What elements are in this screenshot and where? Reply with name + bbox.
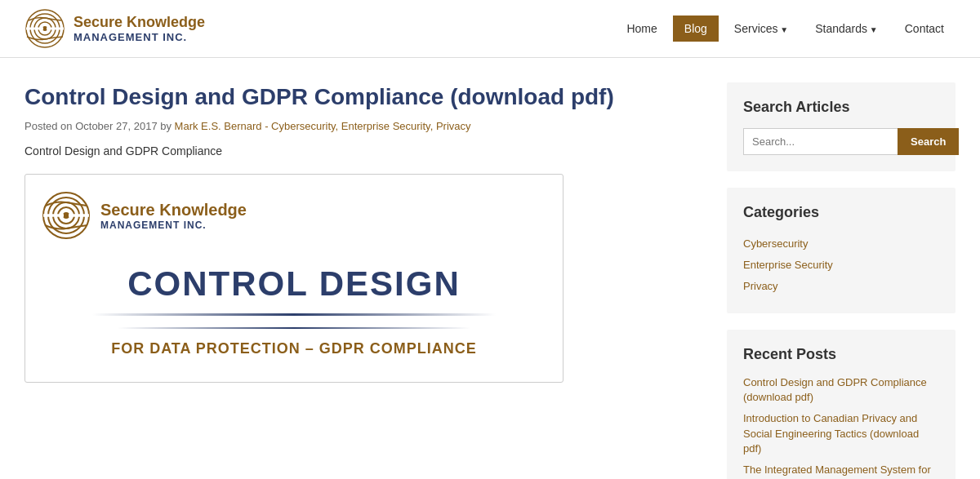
recent-posts-heading: Recent Posts [743,346,939,363]
svg-point-11 [63,212,69,219]
article-meta: Posted on October 27, 2017 by Mark E.S. … [24,120,694,132]
recent-post-1[interactable]: Introduction to Canadian Privacy and Soc… [743,412,919,454]
article-logo-bottom: Management Inc. [100,220,247,231]
nav-contact[interactable]: Contact [893,16,956,42]
article-logo-text: Secure Knowledge Management Inc. [100,201,247,231]
article-logo-top: Secure Knowledge [100,201,247,220]
article-image-box: Secure Knowledge Management Inc. CONTROL… [24,174,564,383]
recent-posts-section: Recent Posts Control Design and GDPR Com… [727,330,956,479]
logo-text: Secure Knowledge Management Inc. [74,14,205,43]
list-item: Enterprise Security [743,255,939,276]
article-title: Control Design and GDPR Compliance (down… [24,82,694,112]
recent-post-item: Control Design and GDPR Compliance (down… [743,375,939,405]
main-container: Control Design and GDPR Compliance (down… [0,58,980,479]
search-row: Search [743,128,939,155]
article-meta-prefix: Posted on October 27, 2017 by [24,120,172,132]
list-item: Privacy [743,276,939,297]
search-input[interactable] [743,128,898,155]
categories-list: Cybersecurity Enterprise Security Privac… [743,233,939,297]
article-subtitle: Control Design and GDPR Compliance [24,144,694,157]
article-image-logo: Secure Knowledge Management Inc. [42,191,546,240]
search-section: Search Articles Search [727,82,956,171]
sidebar: Search Articles Search Categories Cybers… [727,82,956,479]
search-button[interactable]: Search [898,128,959,155]
control-design-main-text: CONTROL DESIGN [42,264,546,304]
content-area: Control Design and GDPR Compliance (down… [24,82,694,479]
main-nav: Home Blog Services Standards Contact [615,16,956,42]
nav-home[interactable]: Home [615,16,668,42]
site-header: Secure Knowledge Management Inc. Home Bl… [0,0,980,58]
categories-section: Categories Cybersecurity Enterprise Secu… [727,188,956,313]
nav-services[interactable]: Services [723,16,800,42]
nav-blog[interactable]: Blog [673,16,719,42]
logo-icon [24,8,65,49]
recent-post-item: Introduction to Canadian Privacy and Soc… [743,411,939,456]
category-privacy[interactable]: Privacy [743,280,778,292]
logo-area: Secure Knowledge Management Inc. [24,8,205,49]
category-enterprise-security[interactable]: Enterprise Security [743,259,833,271]
nav-standards[interactable]: Standards [804,16,889,42]
control-design-heading: CONTROL DESIGN FOR DATA PROTECTION – GDP… [42,264,546,357]
article-author[interactable]: Mark E.S. Bernard - Cybersecurity, Enter… [175,120,471,132]
control-design-sub-text: FOR DATA PROTECTION – GDPR COMPLIANCE [42,340,546,357]
article-logo-icon [42,191,91,240]
categories-heading: Categories [743,204,939,221]
recent-post-2[interactable]: The Integrated Management System for [743,463,931,476]
category-cybersecurity[interactable]: Cybersecurity [743,237,808,250]
list-item: Cybersecurity [743,233,939,255]
recent-post-0[interactable]: Control Design and GDPR Compliance (down… [743,376,927,403]
decorative-lines [42,308,546,334]
search-heading: Search Articles [743,99,939,116]
recent-post-item: The Integrated Management System for [743,463,939,477]
logo-bottom-line: Management Inc. [74,31,205,43]
logo-top-line: Secure Knowledge [74,14,205,31]
